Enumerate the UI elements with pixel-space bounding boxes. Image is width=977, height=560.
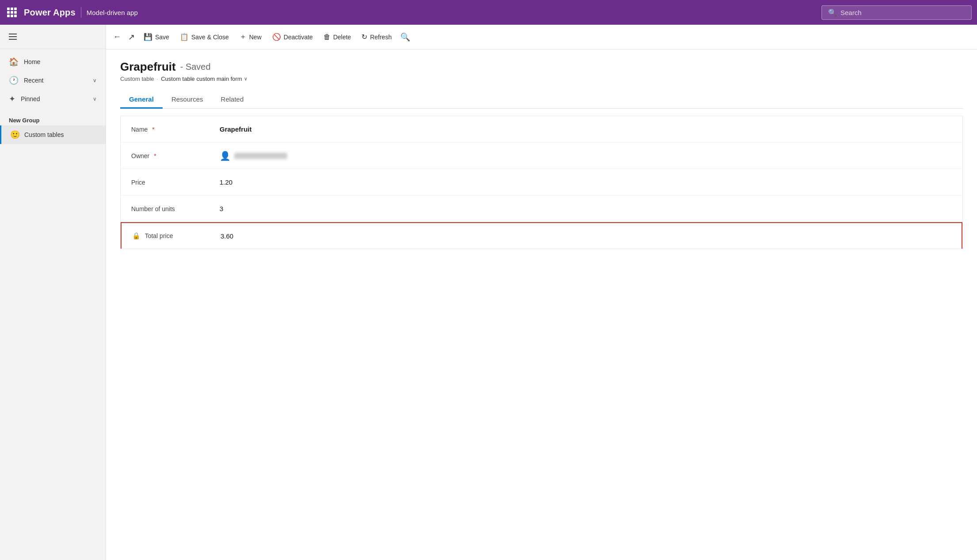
deactivate-label: Deactivate (284, 34, 313, 41)
refresh-label: Refresh (370, 34, 392, 41)
sidebar-item-label-recent: Recent (24, 77, 87, 84)
tab-resources[interactable]: Resources (163, 91, 212, 109)
recent-icon: 🕐 (9, 76, 19, 85)
save-close-icon: 📋 (180, 33, 189, 41)
required-indicator-owner: * (154, 152, 156, 159)
chevron-down-icon: ∨ (93, 77, 97, 83)
back-icon: ← (113, 32, 121, 42)
waffle-icon[interactable] (5, 6, 19, 19)
sidebar: 🏠 Home 🕐 Recent ∨ ✦ Pinned ∨ New Group 🙂… (0, 25, 106, 560)
app-context: Model-driven app (87, 9, 138, 16)
toolbar-search-button[interactable]: 🔍 (397, 29, 414, 45)
toolbar: ← ↗ 💾 Save 📋 Save & Close ＋ New 🚫 Deacti… (106, 25, 977, 49)
field-label-total-price: 🔒 Total price (132, 232, 220, 240)
field-value-name[interactable]: Grapefruit (220, 125, 252, 133)
deactivate-button[interactable]: 🚫 Deactivate (267, 29, 318, 45)
form-row-name: Name * Grapefruit (121, 116, 962, 143)
delete-label: Delete (333, 34, 351, 41)
sidebar-item-home[interactable]: 🏠 Home (0, 53, 106, 71)
form-row-total-price: 🔒 Total price 3.60 (121, 222, 962, 249)
sidebar-item-label-pinned: Pinned (21, 95, 87, 102)
delete-button[interactable]: 🗑 Delete (318, 30, 356, 45)
field-label-price: Price (131, 179, 220, 186)
refresh-icon: ↻ (361, 33, 367, 41)
form-row-owner: Owner * 👤 (121, 143, 962, 169)
custom-tables-emoji: 🙂 (10, 130, 20, 140)
form-row-price: Price 1.20 (121, 169, 962, 196)
chevron-down-icon-pinned: ∨ (93, 96, 97, 102)
search-icon: 🔍 (828, 8, 837, 17)
sidebar-item-pinned[interactable]: ✦ Pinned ∨ (0, 90, 106, 108)
owner-person-icon: 👤 (220, 151, 231, 161)
sidebar-item-label-custom-tables: Custom tables (24, 131, 64, 138)
field-value-total-price: 3.60 (220, 232, 233, 240)
save-close-label: Save & Close (191, 34, 229, 41)
save-label: Save (155, 34, 169, 41)
delete-icon: 🗑 (323, 33, 331, 41)
save-icon: 💾 (144, 33, 152, 41)
pinned-icon: ✦ (9, 94, 15, 104)
breadcrumb: Custom table · Custom table custom main … (120, 76, 963, 82)
sidebar-nav: 🏠 Home 🕐 Recent ∨ ✦ Pinned ∨ (0, 49, 106, 112)
refresh-button[interactable]: ↻ Refresh (356, 29, 397, 45)
sidebar-top (0, 25, 106, 49)
field-label-owner: Owner * (131, 152, 220, 159)
breadcrumb-table[interactable]: Custom table (120, 76, 154, 82)
form-row-units: Number of units 3 (121, 196, 962, 222)
search-input[interactable] (840, 9, 965, 16)
search-bar[interactable]: 🔍 (821, 5, 972, 20)
breadcrumb-separator: · (157, 76, 159, 82)
record-status: - Saved (180, 62, 211, 72)
breadcrumb-form[interactable]: Custom table custom main form ∨ (161, 76, 247, 82)
home-icon: 🏠 (9, 57, 19, 67)
owner-name-blurred (234, 153, 287, 159)
header-divider (81, 7, 81, 18)
form-section: Name * Grapefruit Owner * 👤 (120, 116, 963, 249)
breadcrumb-chevron-icon: ∨ (244, 76, 247, 82)
toolbar-search-icon: 🔍 (400, 32, 410, 42)
page-content: Grapefruit - Saved Custom table · Custom… (106, 49, 977, 560)
required-indicator-name: * (152, 126, 154, 133)
back-button[interactable]: ← (110, 29, 125, 45)
save-close-button[interactable]: 📋 Save & Close (175, 29, 234, 45)
field-value-owner: 👤 (220, 151, 287, 161)
field-label-units: Number of units (131, 205, 220, 212)
new-button[interactable]: ＋ New (234, 29, 267, 45)
app-title: Power Apps (24, 8, 76, 18)
content-area: ← ↗ 💾 Save 📋 Save & Close ＋ New 🚫 Deacti… (106, 25, 977, 560)
tab-related[interactable]: Related (212, 91, 253, 109)
breadcrumb-form-label: Custom table custom main form (161, 76, 242, 82)
tabs: General Resources Related (120, 91, 963, 109)
field-label-name: Name * (131, 126, 220, 133)
field-value-price[interactable]: 1.20 (220, 178, 232, 186)
open-record-button[interactable]: ↗ (125, 29, 138, 45)
open-icon: ↗ (128, 32, 135, 42)
record-name: Grapefruit (120, 60, 176, 74)
lock-icon: 🔒 (132, 232, 141, 239)
hamburger-icon (9, 34, 17, 40)
save-button[interactable]: 💾 Save (138, 29, 175, 45)
top-header: Power Apps Model-driven app 🔍 (0, 0, 977, 25)
main-layout: 🏠 Home 🕐 Recent ∨ ✦ Pinned ∨ New Group 🙂… (0, 25, 977, 560)
deactivate-icon: 🚫 (272, 33, 281, 41)
tab-general[interactable]: General (120, 91, 163, 109)
record-title: Grapefruit - Saved (120, 60, 963, 74)
sidebar-item-custom-tables[interactable]: 🙂 Custom tables (0, 125, 106, 144)
field-value-units[interactable]: 3 (220, 205, 223, 212)
sidebar-item-recent[interactable]: 🕐 Recent ∨ (0, 71, 106, 90)
new-label: New (249, 34, 262, 41)
new-icon: ＋ (239, 32, 247, 42)
hamburger-button[interactable] (0, 28, 106, 45)
sidebar-item-label-home: Home (24, 58, 97, 65)
new-group-label: New Group (0, 112, 106, 125)
